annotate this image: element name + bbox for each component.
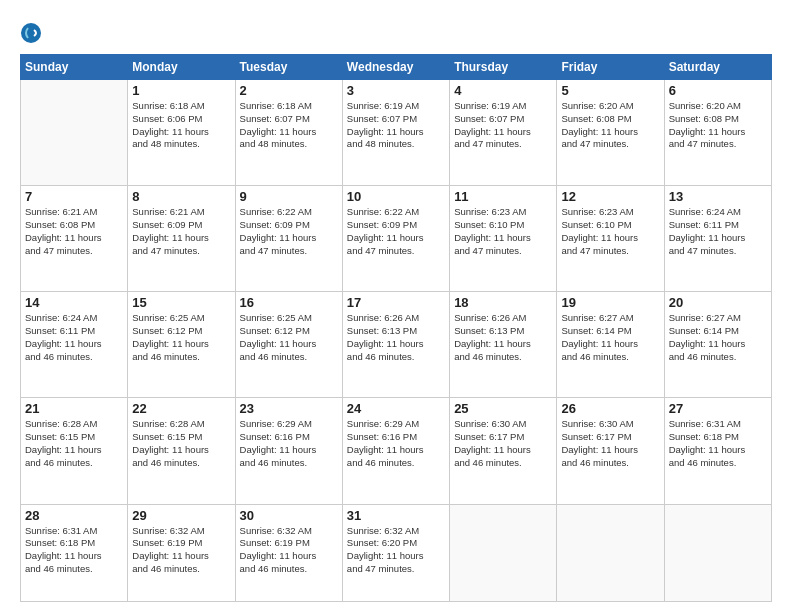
- day-number: 20: [669, 295, 767, 310]
- calendar-table: SundayMondayTuesdayWednesdayThursdayFrid…: [20, 54, 772, 602]
- calendar-cell: 30Sunrise: 6:32 AMSunset: 6:19 PMDayligh…: [235, 504, 342, 601]
- day-info: Sunrise: 6:30 AMSunset: 6:17 PMDaylight:…: [561, 418, 659, 469]
- calendar-cell: 5Sunrise: 6:20 AMSunset: 6:08 PMDaylight…: [557, 80, 664, 186]
- calendar-cell: 6Sunrise: 6:20 AMSunset: 6:08 PMDaylight…: [664, 80, 771, 186]
- weekday-header-sunday: Sunday: [21, 55, 128, 80]
- calendar-cell: 18Sunrise: 6:26 AMSunset: 6:13 PMDayligh…: [450, 292, 557, 398]
- weekday-header-wednesday: Wednesday: [342, 55, 449, 80]
- day-number: 10: [347, 189, 445, 204]
- day-info: Sunrise: 6:23 AMSunset: 6:10 PMDaylight:…: [454, 206, 552, 257]
- day-number: 11: [454, 189, 552, 204]
- day-number: 18: [454, 295, 552, 310]
- calendar-cell: 16Sunrise: 6:25 AMSunset: 6:12 PMDayligh…: [235, 292, 342, 398]
- calendar-cell: [664, 504, 771, 601]
- day-info: Sunrise: 6:32 AMSunset: 6:19 PMDaylight:…: [132, 525, 230, 576]
- day-number: 24: [347, 401, 445, 416]
- week-row-1: 1Sunrise: 6:18 AMSunset: 6:06 PMDaylight…: [21, 80, 772, 186]
- calendar-cell: 17Sunrise: 6:26 AMSunset: 6:13 PMDayligh…: [342, 292, 449, 398]
- calendar-cell: 20Sunrise: 6:27 AMSunset: 6:14 PMDayligh…: [664, 292, 771, 398]
- week-row-5: 28Sunrise: 6:31 AMSunset: 6:18 PMDayligh…: [21, 504, 772, 601]
- day-info: Sunrise: 6:19 AMSunset: 6:07 PMDaylight:…: [347, 100, 445, 151]
- day-info: Sunrise: 6:20 AMSunset: 6:08 PMDaylight:…: [669, 100, 767, 151]
- weekday-header-friday: Friday: [557, 55, 664, 80]
- weekday-header-monday: Monday: [128, 55, 235, 80]
- day-number: 5: [561, 83, 659, 98]
- header: [20, 18, 772, 44]
- day-info: Sunrise: 6:18 AMSunset: 6:07 PMDaylight:…: [240, 100, 338, 151]
- calendar-cell: 19Sunrise: 6:27 AMSunset: 6:14 PMDayligh…: [557, 292, 664, 398]
- day-info: Sunrise: 6:27 AMSunset: 6:14 PMDaylight:…: [669, 312, 767, 363]
- calendar-cell: 25Sunrise: 6:30 AMSunset: 6:17 PMDayligh…: [450, 398, 557, 504]
- calendar-cell: 10Sunrise: 6:22 AMSunset: 6:09 PMDayligh…: [342, 186, 449, 292]
- calendar-cell: 23Sunrise: 6:29 AMSunset: 6:16 PMDayligh…: [235, 398, 342, 504]
- day-info: Sunrise: 6:22 AMSunset: 6:09 PMDaylight:…: [240, 206, 338, 257]
- weekday-header-thursday: Thursday: [450, 55, 557, 80]
- day-number: 9: [240, 189, 338, 204]
- calendar-cell: 8Sunrise: 6:21 AMSunset: 6:09 PMDaylight…: [128, 186, 235, 292]
- day-info: Sunrise: 6:23 AMSunset: 6:10 PMDaylight:…: [561, 206, 659, 257]
- day-info: Sunrise: 6:21 AMSunset: 6:08 PMDaylight:…: [25, 206, 123, 257]
- calendar-cell: 26Sunrise: 6:30 AMSunset: 6:17 PMDayligh…: [557, 398, 664, 504]
- calendar-cell: 31Sunrise: 6:32 AMSunset: 6:20 PMDayligh…: [342, 504, 449, 601]
- day-info: Sunrise: 6:29 AMSunset: 6:16 PMDaylight:…: [347, 418, 445, 469]
- logo-icon: [20, 22, 42, 44]
- calendar-cell: 27Sunrise: 6:31 AMSunset: 6:18 PMDayligh…: [664, 398, 771, 504]
- day-number: 27: [669, 401, 767, 416]
- day-info: Sunrise: 6:28 AMSunset: 6:15 PMDaylight:…: [132, 418, 230, 469]
- calendar-cell: 9Sunrise: 6:22 AMSunset: 6:09 PMDaylight…: [235, 186, 342, 292]
- day-number: 22: [132, 401, 230, 416]
- day-number: 1: [132, 83, 230, 98]
- weekday-header-tuesday: Tuesday: [235, 55, 342, 80]
- calendar-cell: 29Sunrise: 6:32 AMSunset: 6:19 PMDayligh…: [128, 504, 235, 601]
- day-info: Sunrise: 6:27 AMSunset: 6:14 PMDaylight:…: [561, 312, 659, 363]
- logo: [20, 22, 46, 44]
- svg-point-0: [21, 23, 41, 43]
- day-info: Sunrise: 6:24 AMSunset: 6:11 PMDaylight:…: [25, 312, 123, 363]
- day-number: 3: [347, 83, 445, 98]
- weekday-header-saturday: Saturday: [664, 55, 771, 80]
- calendar-cell: 4Sunrise: 6:19 AMSunset: 6:07 PMDaylight…: [450, 80, 557, 186]
- day-info: Sunrise: 6:25 AMSunset: 6:12 PMDaylight:…: [240, 312, 338, 363]
- calendar-cell: 12Sunrise: 6:23 AMSunset: 6:10 PMDayligh…: [557, 186, 664, 292]
- calendar-cell: 2Sunrise: 6:18 AMSunset: 6:07 PMDaylight…: [235, 80, 342, 186]
- day-number: 17: [347, 295, 445, 310]
- week-row-3: 14Sunrise: 6:24 AMSunset: 6:11 PMDayligh…: [21, 292, 772, 398]
- day-number: 23: [240, 401, 338, 416]
- day-number: 26: [561, 401, 659, 416]
- day-info: Sunrise: 6:18 AMSunset: 6:06 PMDaylight:…: [132, 100, 230, 151]
- day-info: Sunrise: 6:25 AMSunset: 6:12 PMDaylight:…: [132, 312, 230, 363]
- day-number: 16: [240, 295, 338, 310]
- day-number: 29: [132, 508, 230, 523]
- day-number: 30: [240, 508, 338, 523]
- calendar-cell: [450, 504, 557, 601]
- calendar-cell: 21Sunrise: 6:28 AMSunset: 6:15 PMDayligh…: [21, 398, 128, 504]
- day-info: Sunrise: 6:31 AMSunset: 6:18 PMDaylight:…: [669, 418, 767, 469]
- calendar-page: SundayMondayTuesdayWednesdayThursdayFrid…: [0, 0, 792, 612]
- day-number: 14: [25, 295, 123, 310]
- day-info: Sunrise: 6:31 AMSunset: 6:18 PMDaylight:…: [25, 525, 123, 576]
- day-info: Sunrise: 6:26 AMSunset: 6:13 PMDaylight:…: [347, 312, 445, 363]
- calendar-cell: [21, 80, 128, 186]
- day-info: Sunrise: 6:19 AMSunset: 6:07 PMDaylight:…: [454, 100, 552, 151]
- day-number: 25: [454, 401, 552, 416]
- calendar-cell: 3Sunrise: 6:19 AMSunset: 6:07 PMDaylight…: [342, 80, 449, 186]
- calendar-cell: 13Sunrise: 6:24 AMSunset: 6:11 PMDayligh…: [664, 186, 771, 292]
- day-number: 31: [347, 508, 445, 523]
- weekday-header-row: SundayMondayTuesdayWednesdayThursdayFrid…: [21, 55, 772, 80]
- day-number: 15: [132, 295, 230, 310]
- calendar-cell: 11Sunrise: 6:23 AMSunset: 6:10 PMDayligh…: [450, 186, 557, 292]
- calendar-cell: 15Sunrise: 6:25 AMSunset: 6:12 PMDayligh…: [128, 292, 235, 398]
- day-info: Sunrise: 6:32 AMSunset: 6:19 PMDaylight:…: [240, 525, 338, 576]
- day-number: 19: [561, 295, 659, 310]
- day-number: 28: [25, 508, 123, 523]
- day-info: Sunrise: 6:22 AMSunset: 6:09 PMDaylight:…: [347, 206, 445, 257]
- day-number: 13: [669, 189, 767, 204]
- calendar-cell: 22Sunrise: 6:28 AMSunset: 6:15 PMDayligh…: [128, 398, 235, 504]
- calendar-cell: 1Sunrise: 6:18 AMSunset: 6:06 PMDaylight…: [128, 80, 235, 186]
- day-info: Sunrise: 6:21 AMSunset: 6:09 PMDaylight:…: [132, 206, 230, 257]
- calendar-cell: 14Sunrise: 6:24 AMSunset: 6:11 PMDayligh…: [21, 292, 128, 398]
- day-info: Sunrise: 6:28 AMSunset: 6:15 PMDaylight:…: [25, 418, 123, 469]
- day-number: 8: [132, 189, 230, 204]
- calendar-cell: [557, 504, 664, 601]
- calendar-cell: 24Sunrise: 6:29 AMSunset: 6:16 PMDayligh…: [342, 398, 449, 504]
